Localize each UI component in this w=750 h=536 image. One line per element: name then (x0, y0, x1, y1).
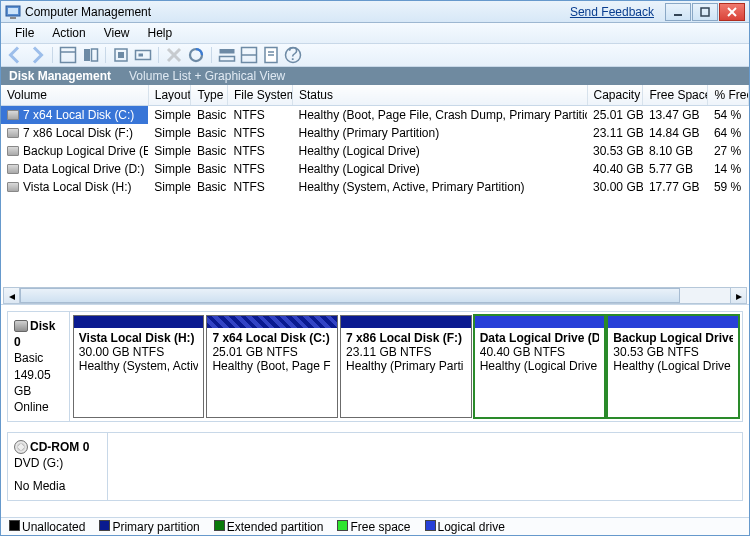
volume-row[interactable]: Vista Local Disk (H:) SimpleBasicNTFSHea… (1, 178, 749, 196)
volume-icon (7, 110, 19, 120)
close-button[interactable] (719, 3, 745, 21)
help-button[interactable]: ? (283, 45, 303, 65)
svg-rect-9 (84, 49, 90, 61)
cdrom-row[interactable]: CD-ROM 0 DVD (G:) No Media (7, 432, 743, 501)
volume-row[interactable]: 7 x64 Local Disk (C:) SimpleBasicNTFSHea… (1, 106, 749, 125)
maximize-button[interactable] (692, 3, 718, 21)
viewbar-subtitle: Volume List + Graphical View (129, 69, 285, 83)
window-title: Computer Management (25, 5, 151, 19)
legend-swatch-primary (99, 520, 110, 531)
toolbar-btn-1[interactable] (58, 45, 78, 65)
horizontal-scrollbar[interactable]: ◂ ▸ (3, 287, 747, 304)
scroll-left-icon[interactable]: ◂ (3, 287, 20, 304)
disk-icon (14, 320, 28, 332)
back-button[interactable] (5, 45, 25, 65)
col-layout[interactable]: Layout (148, 85, 191, 106)
toolbar-btn-6[interactable] (186, 45, 206, 65)
viewbar: Disk Management Volume List + Graphical … (1, 67, 749, 85)
col-freespace[interactable]: Free Space (643, 85, 708, 106)
svg-rect-12 (118, 52, 124, 58)
properties-button[interactable] (261, 45, 281, 65)
scroll-track[interactable] (20, 287, 730, 304)
toolbar-btn-2[interactable] (80, 45, 100, 65)
partition[interactable]: Vista Local Disk (H:)30.00 GB NTFSHealth… (73, 315, 205, 418)
menu-view[interactable]: View (96, 24, 138, 42)
partition[interactable]: 7 x64 Local Disk (C:)25.01 GB NTFSHealth… (206, 315, 338, 418)
col-volume[interactable]: Volume (1, 85, 148, 106)
legend: Unallocated Primary partition Extended p… (1, 517, 749, 536)
volume-list: Volume Layout Type File System Status Ca… (1, 85, 749, 305)
svg-rect-7 (61, 48, 76, 63)
column-headers[interactable]: Volume Layout Type File System Status Ca… (1, 85, 749, 106)
volume-row[interactable]: 7 x86 Local Disk (F:) SimpleBasicNTFSHea… (1, 124, 749, 142)
partition[interactable]: Data Logical Drive (D40.40 GB NTFSHealth… (474, 315, 606, 418)
app-icon (5, 4, 21, 20)
legend-swatch-freespace (337, 520, 348, 531)
cdrom-body (108, 433, 742, 500)
col-type[interactable]: Type (191, 85, 228, 106)
titlebar: Computer Management Send Feedback (1, 1, 749, 23)
volume-icon (7, 164, 19, 174)
col-pctfree[interactable]: % Free (708, 85, 749, 106)
disk-info: Disk 0 Basic 149.05 GB Online (8, 312, 70, 421)
svg-rect-19 (220, 57, 235, 62)
legend-swatch-unallocated (9, 520, 20, 531)
graphical-view: Disk 0 Basic 149.05 GB Online Vista Loca… (1, 305, 749, 517)
col-filesystem[interactable]: File System (227, 85, 292, 106)
volume-row[interactable]: Data Logical Drive (D:) SimpleBasicNTFSH… (1, 160, 749, 178)
volume-icon (7, 182, 19, 192)
svg-rect-14 (139, 54, 144, 57)
viewbar-title: Disk Management (9, 69, 111, 83)
scroll-thumb[interactable] (20, 288, 680, 303)
send-feedback-link[interactable]: Send Feedback (570, 5, 654, 19)
svg-rect-4 (701, 8, 709, 16)
svg-rect-10 (92, 49, 98, 61)
col-status[interactable]: Status (292, 85, 587, 106)
legend-swatch-extended (214, 520, 225, 531)
menubar: File Action View Help (1, 23, 749, 44)
scroll-right-icon[interactable]: ▸ (730, 287, 747, 304)
cdrom-icon (14, 440, 28, 454)
col-capacity[interactable]: Capacity (587, 85, 643, 106)
legend-swatch-logical (425, 520, 436, 531)
refresh-button[interactable] (111, 45, 131, 65)
partition[interactable]: 7 x86 Local Disk (F:)23.11 GB NTFSHealth… (340, 315, 472, 418)
menu-help[interactable]: Help (140, 24, 181, 42)
svg-rect-18 (220, 49, 235, 54)
volume-row[interactable]: Backup Logical Drive (E:) SimpleBasicNTF… (1, 142, 749, 160)
partitions: Vista Local Disk (H:)30.00 GB NTFSHealth… (70, 312, 742, 421)
volume-icon (7, 128, 19, 138)
svg-text:?: ? (288, 46, 298, 64)
menu-file[interactable]: File (7, 24, 42, 42)
svg-rect-2 (10, 17, 16, 19)
toolbar-btn-5[interactable] (164, 45, 184, 65)
toolbar-btn-4[interactable] (133, 45, 153, 65)
partition[interactable]: Backup Logical Drive30.53 GB NTFSHealthy… (607, 315, 739, 418)
svg-rect-1 (8, 8, 18, 14)
toolbar-btn-8[interactable] (239, 45, 259, 65)
minimize-button[interactable] (665, 3, 691, 21)
cdrom-info: CD-ROM 0 DVD (G:) No Media (8, 433, 108, 500)
disk-row[interactable]: Disk 0 Basic 149.05 GB Online Vista Loca… (7, 311, 743, 422)
volume-icon (7, 146, 19, 156)
forward-button[interactable] (27, 45, 47, 65)
toolbar-btn-7[interactable] (217, 45, 237, 65)
toolbar: ? (1, 44, 749, 67)
menu-action[interactable]: Action (44, 24, 93, 42)
